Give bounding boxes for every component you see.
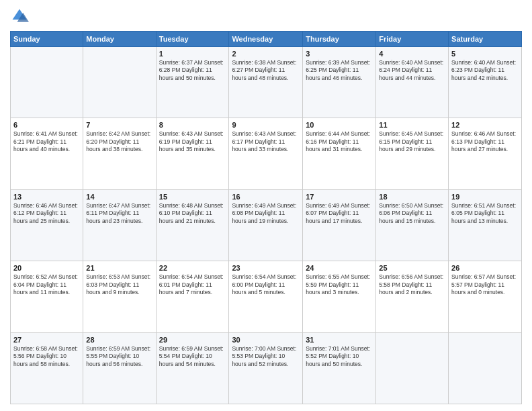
calendar-cell — [449, 332, 522, 404]
calendar-cell: 16Sunrise: 6:49 AM Sunset: 6:08 PM Dayli… — [229, 189, 303, 261]
day-number: 31 — [306, 336, 373, 344]
calendar-cell: 14Sunrise: 6:47 AM Sunset: 6:11 PM Dayli… — [83, 189, 156, 261]
cell-content: Sunrise: 6:43 AM Sunset: 6:19 PM Dayligh… — [159, 130, 226, 153]
day-number: 5 — [451, 50, 519, 58]
calendar-cell: 10Sunrise: 6:44 AM Sunset: 6:16 PM Dayli… — [303, 118, 376, 189]
calendar-cell: 4Sunrise: 6:40 AM Sunset: 6:24 PM Daylig… — [376, 47, 449, 118]
calendar-cell — [83, 47, 156, 118]
calendar-cell: 29Sunrise: 6:59 AM Sunset: 5:54 PM Dayli… — [156, 332, 229, 404]
day-number: 10 — [306, 121, 373, 129]
cell-content: Sunrise: 6:42 AM Sunset: 6:20 PM Dayligh… — [86, 130, 152, 153]
cell-content: Sunrise: 6:55 AM Sunset: 5:59 PM Dayligh… — [306, 273, 373, 296]
day-number: 18 — [379, 193, 445, 201]
calendar-cell: 22Sunrise: 6:54 AM Sunset: 6:01 PM Dayli… — [156, 261, 229, 332]
day-number: 12 — [451, 121, 519, 129]
calendar-cell: 2Sunrise: 6:38 AM Sunset: 6:27 PM Daylig… — [229, 47, 303, 118]
weekday-friday: Friday — [376, 32, 449, 47]
calendar-cell — [11, 47, 83, 118]
cell-content: Sunrise: 6:48 AM Sunset: 6:10 PM Dayligh… — [159, 202, 226, 225]
cell-content: Sunrise: 6:50 AM Sunset: 6:06 PM Dayligh… — [379, 202, 445, 225]
cell-content: Sunrise: 6:58 AM Sunset: 5:56 PM Dayligh… — [13, 345, 80, 368]
logo — [10, 7, 32, 26]
cell-content: Sunrise: 6:39 AM Sunset: 6:25 PM Dayligh… — [306, 59, 373, 82]
weekday-sunday: Sunday — [11, 32, 83, 47]
weekday-monday: Monday — [83, 32, 156, 47]
calendar-cell: 8Sunrise: 6:43 AM Sunset: 6:19 PM Daylig… — [156, 118, 229, 189]
cell-content: Sunrise: 6:40 AM Sunset: 6:23 PM Dayligh… — [451, 59, 519, 82]
cell-content: Sunrise: 6:49 AM Sunset: 6:08 PM Dayligh… — [232, 202, 300, 225]
day-number: 26 — [451, 264, 519, 272]
cell-content: Sunrise: 6:47 AM Sunset: 6:11 PM Dayligh… — [86, 202, 152, 225]
day-number: 4 — [379, 50, 445, 58]
day-number: 11 — [379, 121, 445, 129]
calendar-cell: 6Sunrise: 6:41 AM Sunset: 6:21 PM Daylig… — [11, 118, 83, 189]
cell-content: Sunrise: 6:59 AM Sunset: 5:54 PM Dayligh… — [159, 345, 226, 368]
cell-content: Sunrise: 6:38 AM Sunset: 6:27 PM Dayligh… — [232, 59, 300, 82]
cell-content: Sunrise: 6:46 AM Sunset: 6:12 PM Dayligh… — [13, 202, 80, 225]
week-row-3: 20Sunrise: 6:52 AM Sunset: 6:04 PM Dayli… — [11, 261, 522, 332]
day-number: 13 — [13, 193, 80, 201]
week-row-4: 27Sunrise: 6:58 AM Sunset: 5:56 PM Dayli… — [11, 332, 522, 404]
calendar-cell: 5Sunrise: 6:40 AM Sunset: 6:23 PM Daylig… — [449, 47, 522, 118]
day-number: 1 — [159, 50, 226, 58]
day-number: 14 — [86, 193, 152, 201]
calendar-cell: 13Sunrise: 6:46 AM Sunset: 6:12 PM Dayli… — [11, 189, 83, 261]
calendar-cell: 3Sunrise: 6:39 AM Sunset: 6:25 PM Daylig… — [303, 47, 376, 118]
day-number: 20 — [13, 264, 80, 272]
calendar-cell: 20Sunrise: 6:52 AM Sunset: 6:04 PM Dayli… — [11, 261, 83, 332]
calendar-cell: 30Sunrise: 7:00 AM Sunset: 5:53 PM Dayli… — [229, 332, 303, 404]
cell-content: Sunrise: 6:57 AM Sunset: 5:57 PM Dayligh… — [451, 273, 519, 296]
day-number: 27 — [13, 336, 80, 344]
day-number: 22 — [159, 264, 226, 272]
cell-content: Sunrise: 6:45 AM Sunset: 6:15 PM Dayligh… — [379, 130, 445, 153]
week-row-2: 13Sunrise: 6:46 AM Sunset: 6:12 PM Dayli… — [11, 189, 522, 261]
day-number: 19 — [451, 193, 519, 201]
cell-content: Sunrise: 7:01 AM Sunset: 5:52 PM Dayligh… — [306, 345, 373, 368]
calendar-cell: 21Sunrise: 6:53 AM Sunset: 6:03 PM Dayli… — [83, 261, 156, 332]
cell-content: Sunrise: 6:59 AM Sunset: 5:55 PM Dayligh… — [86, 345, 152, 368]
calendar-page: SundayMondayTuesdayWednesdayThursdayFrid… — [0, 0, 532, 411]
calendar-cell: 15Sunrise: 6:48 AM Sunset: 6:10 PM Dayli… — [156, 189, 229, 261]
day-number: 24 — [306, 264, 373, 272]
header — [10, 7, 522, 26]
calendar-cell: 31Sunrise: 7:01 AM Sunset: 5:52 PM Dayli… — [303, 332, 376, 404]
calendar-cell: 26Sunrise: 6:57 AM Sunset: 5:57 PM Dayli… — [449, 261, 522, 332]
cell-content: Sunrise: 6:51 AM Sunset: 6:05 PM Dayligh… — [451, 202, 519, 225]
weekday-wednesday: Wednesday — [229, 32, 303, 47]
day-number: 6 — [13, 121, 80, 129]
day-number: 15 — [159, 193, 226, 201]
cell-content: Sunrise: 6:54 AM Sunset: 6:01 PM Dayligh… — [159, 273, 226, 296]
cell-content: Sunrise: 6:49 AM Sunset: 6:07 PM Dayligh… — [306, 202, 373, 225]
calendar-cell: 9Sunrise: 6:43 AM Sunset: 6:17 PM Daylig… — [229, 118, 303, 189]
cell-content: Sunrise: 6:41 AM Sunset: 6:21 PM Dayligh… — [13, 130, 80, 153]
cell-content: Sunrise: 6:37 AM Sunset: 6:28 PM Dayligh… — [159, 59, 226, 82]
calendar-cell — [376, 332, 449, 404]
day-number: 21 — [86, 264, 152, 272]
cell-content: Sunrise: 6:40 AM Sunset: 6:24 PM Dayligh… — [379, 59, 445, 82]
calendar-table: SundayMondayTuesdayWednesdayThursdayFrid… — [10, 31, 522, 404]
cell-content: Sunrise: 6:53 AM Sunset: 6:03 PM Dayligh… — [86, 273, 152, 296]
day-number: 25 — [379, 264, 445, 272]
day-number: 17 — [306, 193, 373, 201]
calendar-cell: 17Sunrise: 6:49 AM Sunset: 6:07 PM Dayli… — [303, 189, 376, 261]
day-number: 23 — [232, 264, 300, 272]
calendar-cell: 28Sunrise: 6:59 AM Sunset: 5:55 PM Dayli… — [83, 332, 156, 404]
cell-content: Sunrise: 6:44 AM Sunset: 6:16 PM Dayligh… — [306, 130, 373, 153]
week-row-0: 1Sunrise: 6:37 AM Sunset: 6:28 PM Daylig… — [11, 47, 522, 118]
calendar-cell: 12Sunrise: 6:46 AM Sunset: 6:13 PM Dayli… — [449, 118, 522, 189]
weekday-thursday: Thursday — [303, 32, 376, 47]
cell-content: Sunrise: 7:00 AM Sunset: 5:53 PM Dayligh… — [232, 345, 300, 368]
weekday-header-row: SundayMondayTuesdayWednesdayThursdayFrid… — [11, 32, 522, 47]
logo-icon — [10, 7, 29, 26]
weekday-saturday: Saturday — [449, 32, 522, 47]
cell-content: Sunrise: 6:52 AM Sunset: 6:04 PM Dayligh… — [13, 273, 80, 296]
calendar-cell: 23Sunrise: 6:54 AM Sunset: 6:00 PM Dayli… — [229, 261, 303, 332]
weekday-tuesday: Tuesday — [156, 32, 229, 47]
cell-content: Sunrise: 6:54 AM Sunset: 6:00 PM Dayligh… — [232, 273, 300, 296]
calendar-cell: 1Sunrise: 6:37 AM Sunset: 6:28 PM Daylig… — [156, 47, 229, 118]
calendar-cell: 24Sunrise: 6:55 AM Sunset: 5:59 PM Dayli… — [303, 261, 376, 332]
cell-content: Sunrise: 6:43 AM Sunset: 6:17 PM Dayligh… — [232, 130, 300, 153]
day-number: 3 — [306, 50, 373, 58]
week-row-1: 6Sunrise: 6:41 AM Sunset: 6:21 PM Daylig… — [11, 118, 522, 189]
calendar-cell: 7Sunrise: 6:42 AM Sunset: 6:20 PM Daylig… — [83, 118, 156, 189]
